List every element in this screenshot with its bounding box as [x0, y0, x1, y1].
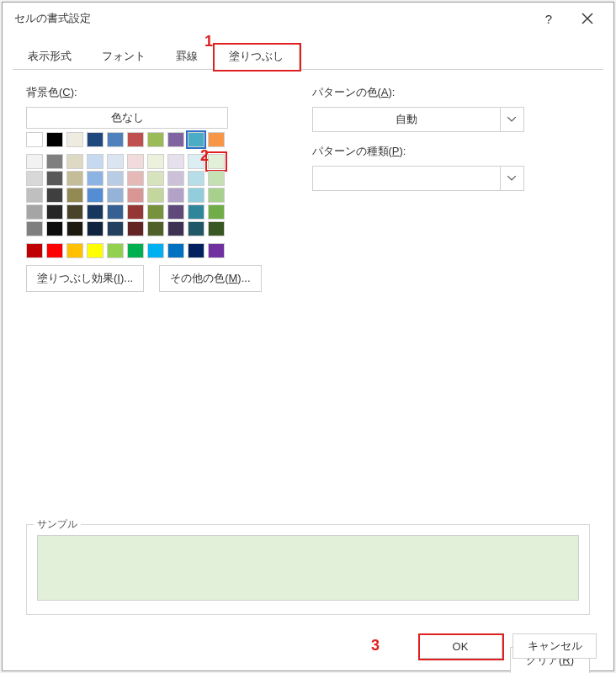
color-swatch[interactable] [26, 188, 43, 203]
color-swatch[interactable] [26, 204, 43, 220]
color-swatch[interactable] [208, 221, 225, 236]
color-swatch[interactable] [26, 221, 43, 236]
color-swatch[interactable] [107, 154, 124, 169]
color-swatch[interactable] [26, 171, 43, 186]
color-swatch[interactable] [107, 188, 124, 203]
chevron-down-icon [500, 108, 523, 131]
ok-button[interactable]: OK [418, 633, 502, 659]
color-swatch[interactable] [26, 154, 43, 169]
pattern-color-label: パターンの色(A): [312, 85, 591, 100]
color-swatch[interactable] [188, 171, 204, 186]
color-swatch[interactable] [46, 204, 63, 220]
fill-effects-button[interactable]: 塗りつぶし効果(I)... [26, 265, 144, 292]
color-swatch[interactable] [188, 188, 204, 203]
tabs-row: 表示形式 フォント 罫線 塗りつぶし [3, 34, 613, 70]
color-swatch[interactable] [46, 171, 63, 186]
color-swatch[interactable] [107, 171, 124, 186]
tab-display-format[interactable]: 表示形式 [13, 44, 87, 70]
format-cells-dialog: セルの書式設定 ? 表示形式 フォント 罫線 塗りつぶし 背景色(C): 色なし… [2, 2, 614, 671]
color-swatch[interactable] [147, 243, 164, 258]
color-swatch[interactable] [127, 188, 144, 203]
color-swatch[interactable] [66, 243, 83, 258]
color-swatch-row [26, 132, 228, 147]
color-swatch[interactable] [87, 204, 104, 220]
color-swatch[interactable] [107, 132, 124, 147]
color-swatch[interactable] [87, 221, 104, 236]
color-swatch[interactable] [46, 188, 63, 203]
color-swatch[interactable] [208, 132, 225, 147]
color-swatch[interactable] [107, 243, 124, 258]
color-swatch[interactable] [66, 132, 83, 147]
color-swatch[interactable] [66, 204, 83, 220]
pattern-section: パターンの色(A): 自動 パターンの種類(P): [312, 85, 591, 292]
color-swatch[interactable] [46, 154, 63, 169]
tab-font[interactable]: フォント [87, 44, 161, 70]
color-swatch[interactable] [87, 132, 104, 147]
color-swatch[interactable] [188, 132, 204, 147]
background-color-label: 背景色(C): [26, 85, 262, 100]
close-button[interactable] [568, 3, 607, 34]
color-swatch[interactable] [167, 171, 184, 186]
color-swatch[interactable] [127, 132, 144, 147]
color-swatch[interactable] [26, 243, 43, 258]
color-swatch[interactable] [147, 221, 164, 236]
color-swatch[interactable] [208, 204, 225, 220]
more-colors-button[interactable]: その他の色(M)... [159, 265, 261, 292]
color-swatch[interactable] [87, 154, 104, 169]
color-swatch[interactable] [127, 154, 144, 169]
color-swatch[interactable] [46, 221, 63, 236]
color-swatch[interactable] [167, 132, 184, 147]
sample-label: サンプル [34, 517, 81, 532]
color-swatch[interactable] [127, 204, 144, 220]
background-color-section: 背景色(C): 色なし 塗りつぶし効果(I)... その他の色(M)... [26, 85, 262, 292]
color-swatch[interactable] [66, 171, 83, 186]
chevron-down-icon [500, 167, 523, 190]
no-color-button[interactable]: 色なし [26, 107, 228, 129]
tab-border[interactable]: 罫線 [161, 44, 213, 70]
color-swatch[interactable] [208, 243, 225, 258]
color-swatch[interactable] [46, 132, 63, 147]
color-swatch[interactable] [127, 221, 144, 236]
pattern-type-label: パターンの種類(P): [312, 144, 591, 159]
pattern-color-combo[interactable]: 自動 [312, 107, 524, 132]
color-swatch[interactable] [188, 154, 204, 169]
pattern-color-value: 自動 [313, 112, 500, 127]
color-swatch[interactable] [66, 154, 83, 169]
color-swatch[interactable] [46, 243, 63, 258]
color-swatch[interactable] [66, 221, 83, 236]
color-swatch[interactable] [107, 204, 124, 220]
cancel-button[interactable]: キャンセル [512, 633, 597, 659]
color-swatch[interactable] [167, 221, 184, 236]
color-swatch[interactable] [188, 243, 204, 258]
color-swatch[interactable] [167, 204, 184, 220]
color-swatch[interactable] [208, 154, 225, 169]
color-swatch[interactable] [87, 188, 104, 203]
color-swatch[interactable] [167, 188, 184, 203]
sample-preview [37, 535, 579, 601]
color-swatch[interactable] [147, 188, 164, 203]
color-swatch[interactable] [107, 221, 124, 236]
color-swatch[interactable] [147, 154, 164, 169]
color-swatch[interactable] [26, 132, 43, 147]
titlebar: セルの書式設定 ? [3, 3, 613, 34]
color-swatch[interactable] [127, 243, 144, 258]
color-swatch[interactable] [147, 132, 164, 147]
color-swatch[interactable] [188, 204, 204, 220]
close-icon [581, 13, 593, 24]
color-swatch[interactable] [87, 243, 104, 258]
tab-fill[interactable]: 塗りつぶし [213, 43, 300, 70]
color-swatch-block [26, 154, 262, 236]
color-swatch[interactable] [147, 171, 164, 186]
help-button[interactable]: ? [529, 3, 568, 34]
color-swatch[interactable] [87, 171, 104, 186]
color-swatch[interactable] [167, 154, 184, 169]
color-swatch[interactable] [127, 171, 144, 186]
color-swatch[interactable] [208, 171, 225, 186]
color-swatch[interactable] [208, 188, 225, 203]
color-swatch-row [26, 171, 228, 186]
color-swatch[interactable] [188, 221, 204, 236]
pattern-type-combo[interactable] [312, 166, 524, 191]
color-swatch[interactable] [147, 204, 164, 220]
color-swatch[interactable] [66, 188, 83, 203]
color-swatch[interactable] [167, 243, 184, 258]
